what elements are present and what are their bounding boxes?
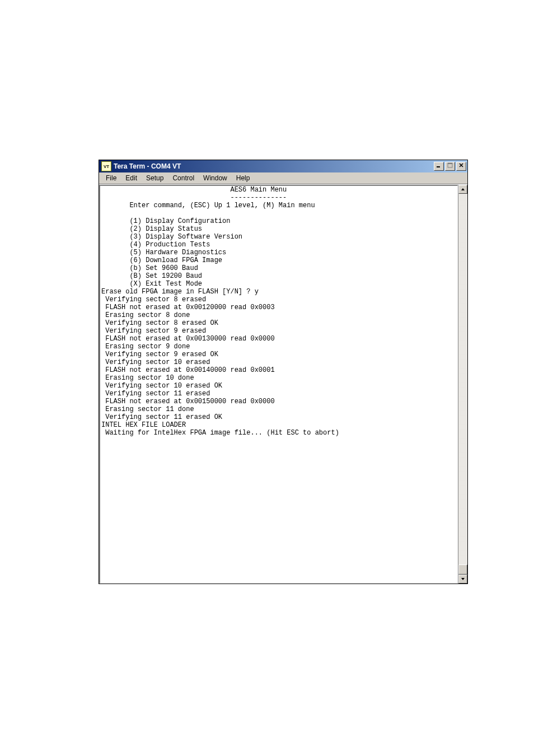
- terminal-log-line: Erase old FPGA image in FLASH [Y/N] ? y: [101, 288, 259, 296]
- window-title: Tera Term - COM4 VT: [114, 162, 433, 170]
- terminal-log-line: Verifying sector 8 erased: [101, 296, 206, 304]
- terminal-prompt: Enter command, (ESC) Up 1 level, (M) Mai…: [101, 202, 315, 209]
- terminal-log-line: Erasing sector 11 done: [101, 405, 194, 413]
- app-window: VT Tera Term - COM4 VT: [99, 160, 468, 584]
- svg-marker-5: [461, 188, 465, 190]
- menu-help[interactable]: Help: [232, 173, 255, 183]
- scrollbar-track[interactable]: [458, 194, 467, 575]
- terminal-menu-item: (B) Set 19200 Baud: [101, 272, 202, 280]
- terminal-log-line: FLASH not erased at 0x00120000 read 0x00…: [101, 304, 275, 311]
- close-button[interactable]: [456, 162, 466, 171]
- terminal-menu-item: (4) Production Tests: [101, 241, 210, 249]
- vertical-scrollbar[interactable]: [458, 185, 467, 584]
- minimize-icon: [436, 162, 442, 168]
- terminal-log-line: Erasing sector 9 done: [101, 343, 190, 351]
- terminal-header-rule: --------------: [101, 194, 287, 202]
- close-icon: [458, 162, 464, 168]
- terminal-menu-item: (X) Exit Test Mode: [101, 280, 202, 288]
- terminal-log-line: Erasing sector 8 done: [101, 311, 190, 319]
- terminal-log-line: Verifying sector 10 erased OK: [101, 382, 222, 390]
- svg-rect-2: [448, 163, 452, 164]
- menu-file[interactable]: File: [101, 173, 121, 183]
- terminal-menu-item: (2) Display Status: [101, 225, 202, 233]
- terminal-log-line: FLASH not erased at 0x00150000 read 0x00…: [101, 398, 275, 405]
- menu-edit[interactable]: Edit: [121, 173, 142, 183]
- terminal-log-line: Verifying sector 11 erased OK: [101, 413, 222, 421]
- terminal-log-line: Verifying sector 9 erased OK: [101, 351, 218, 358]
- terminal-log-line: INTEL HEX FILE LOADER: [101, 421, 186, 429]
- window-controls: [433, 162, 467, 171]
- terminal-menu-item: (1) Display Configuration: [101, 217, 230, 225]
- terminal-menu-item: (3) Display Software Version: [101, 233, 242, 241]
- scroll-up-button[interactable]: [458, 185, 467, 194]
- chevron-down-icon: [461, 577, 465, 581]
- client-area: AES6 Main Menu -------------- Enter comm…: [99, 184, 467, 584]
- terminal-log-line: Waiting for IntelHex FPGA image file... …: [101, 429, 339, 437]
- svg-marker-6: [461, 578, 465, 580]
- terminal-log-line: Verifying sector 9 erased: [101, 327, 206, 335]
- scroll-down-button[interactable]: [458, 575, 467, 584]
- app-icon: VT: [101, 161, 111, 171]
- terminal-log-line: Verifying sector 11 erased: [101, 390, 210, 398]
- svg-rect-0: [437, 166, 440, 167]
- terminal-menu-item: (5) Hardware Diagnostics: [101, 249, 226, 256]
- menu-control[interactable]: Control: [168, 173, 199, 183]
- scrollbar-thumb[interactable]: [458, 564, 467, 575]
- terminal-log-line: Verifying sector 10 erased: [101, 358, 210, 366]
- minimize-button[interactable]: [434, 162, 444, 171]
- terminal-menu-item: (6) Download FPGA Image: [101, 256, 222, 264]
- menubar: File Edit Setup Control Window Help: [99, 172, 467, 184]
- terminal-menu-item: (b) Set 9600 Baud: [101, 264, 198, 272]
- terminal-log-line: Erasing sector 10 done: [101, 374, 194, 382]
- terminal-log-line: Verifying sector 8 erased OK: [101, 319, 218, 327]
- titlebar[interactable]: VT Tera Term - COM4 VT: [99, 160, 467, 172]
- menu-window[interactable]: Window: [199, 173, 232, 183]
- chevron-up-icon: [461, 187, 465, 192]
- terminal-log-line: FLASH not erased at 0x00130000 read 0x00…: [101, 335, 275, 343]
- terminal-log-line: FLASH not erased at 0x00140000 read 0x00…: [101, 366, 275, 374]
- terminal-header-title: AES6 Main Menu: [101, 186, 287, 194]
- maximize-icon: [447, 162, 453, 168]
- menu-setup[interactable]: Setup: [142, 173, 168, 183]
- terminal[interactable]: AES6 Main Menu -------------- Enter comm…: [99, 185, 458, 584]
- maximize-button[interactable]: [445, 162, 455, 171]
